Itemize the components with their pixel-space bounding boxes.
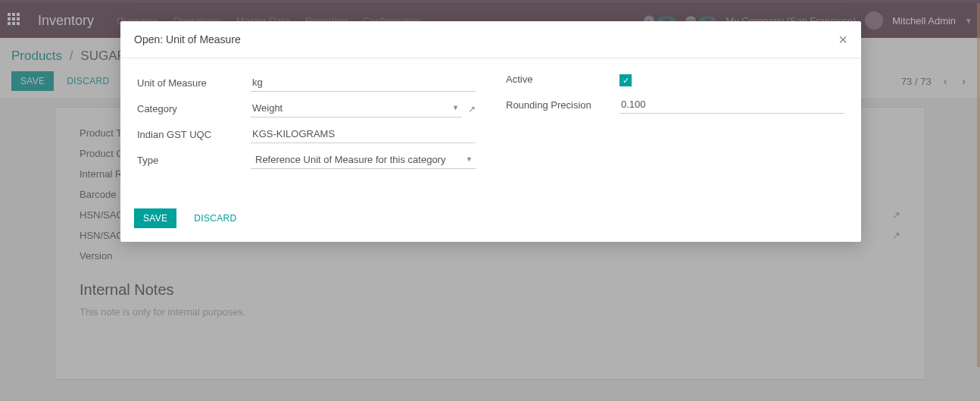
external-link-icon[interactable]: ↗ <box>468 104 476 117</box>
label-uom: Unit of Measure <box>137 77 251 92</box>
label-category: Category <box>137 103 251 117</box>
modal-left-col: Unit of Measure Category ▼ ↗ Indian GST … <box>137 74 476 177</box>
modal-body: Unit of Measure Category ▼ ↗ Indian GST … <box>120 58 861 199</box>
modal-title: Open: Unit of Measure <box>134 33 241 45</box>
rounding-input[interactable] <box>620 96 844 114</box>
active-checkbox[interactable]: ✓ <box>620 74 632 86</box>
label-active: Active <box>506 74 620 88</box>
uom-input[interactable] <box>251 74 476 92</box>
modal-footer: SAVE DISCARD <box>120 199 861 242</box>
type-select[interactable] <box>251 151 476 169</box>
label-type: Type <box>137 155 251 169</box>
uom-modal: Open: Unit of Measure × Unit of Measure … <box>120 21 861 242</box>
modal-right-col: Active ✓ Rounding Precision <box>506 74 844 177</box>
check-icon: ✓ <box>623 76 629 86</box>
label-rounding: Rounding Precision <box>506 99 620 114</box>
close-icon[interactable]: × <box>838 32 847 47</box>
category-input[interactable] <box>251 99 462 117</box>
uqc-input[interactable] <box>251 125 476 143</box>
modal-save-button[interactable]: SAVE <box>134 208 176 228</box>
label-uqc: Indian GST UQC <box>137 129 251 143</box>
modal-discard-button[interactable]: DISCARD <box>185 208 245 228</box>
modal-header: Open: Unit of Measure × <box>120 21 861 58</box>
